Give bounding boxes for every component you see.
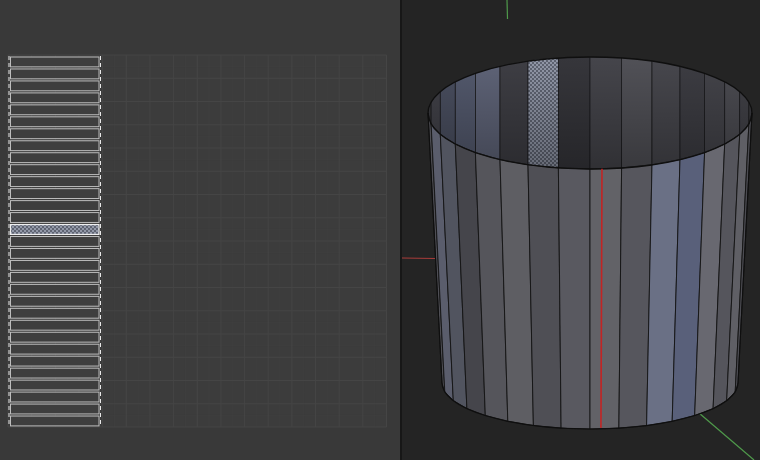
- uv-face-strip[interactable]: [11, 141, 100, 151]
- uv-face-strip[interactable]: [11, 177, 100, 187]
- axis-y-green-top: [507, 0, 508, 19]
- uv-island-strips[interactable]: [11, 57, 100, 426]
- uv-face-strip[interactable]: [11, 260, 100, 270]
- uv-face-strip[interactable]: [11, 93, 100, 103]
- cylinder-front-face[interactable]: [528, 165, 561, 428]
- cylinder-front-face[interactable]: [590, 168, 622, 429]
- uv-face-strip[interactable]: [11, 165, 100, 175]
- uv-face-strip[interactable]: [11, 69, 100, 79]
- blender-window: [0, 0, 760, 460]
- uv-face-strip[interactable]: [11, 332, 100, 342]
- uv-face-strip[interactable]: [11, 117, 100, 127]
- uv-face-selected[interactable]: [11, 225, 100, 235]
- uv-face-strip[interactable]: [11, 153, 100, 163]
- uv-face-strip[interactable]: [11, 344, 100, 354]
- uv-face-strip[interactable]: [11, 201, 100, 211]
- cylinder-front-face[interactable]: [558, 168, 590, 429]
- uv-face-strip[interactable]: [11, 81, 100, 91]
- uv-face-strip[interactable]: [11, 57, 100, 67]
- uv-editor-canvas[interactable]: [0, 0, 400, 460]
- uv-face-strip[interactable]: [11, 248, 100, 258]
- uv-face-strip[interactable]: [11, 356, 100, 366]
- uv-face-strip[interactable]: [11, 368, 100, 378]
- uv-face-strip[interactable]: [11, 213, 100, 223]
- uv-face-strip[interactable]: [11, 296, 100, 306]
- uv-face-strip[interactable]: [11, 308, 100, 318]
- uv-face-strip[interactable]: [11, 392, 100, 402]
- uv-face-strip[interactable]: [11, 380, 100, 390]
- uv-face-strip[interactable]: [11, 237, 100, 247]
- uv-face-strip[interactable]: [11, 272, 100, 282]
- uv-face-strip[interactable]: [11, 284, 100, 294]
- cylinder-mesh[interactable]: [428, 55, 752, 429]
- uv-face-strip[interactable]: [11, 320, 100, 330]
- uv-face-strip[interactable]: [11, 404, 100, 414]
- uv-face-strip[interactable]: [11, 189, 100, 199]
- uv-face-strip[interactable]: [11, 416, 100, 426]
- seam-edge-red[interactable]: [601, 169, 602, 428]
- viewport-3d-pane[interactable]: [402, 0, 760, 460]
- viewport-3d-canvas[interactable]: [402, 0, 760, 460]
- uv-face-strip[interactable]: [11, 129, 100, 139]
- uv-face-strip[interactable]: [11, 105, 100, 115]
- uv-editor-pane[interactable]: [0, 0, 400, 460]
- axis-x-red-left: [402, 258, 436, 259]
